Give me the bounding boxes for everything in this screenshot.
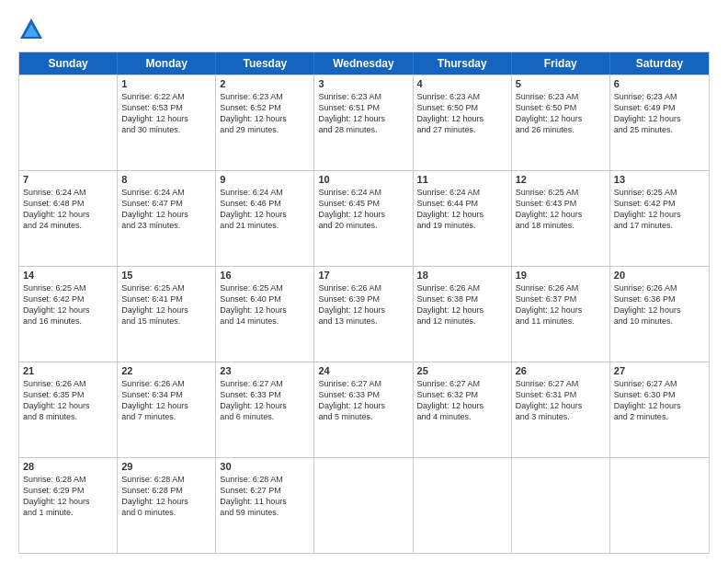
day-number: 23 xyxy=(220,365,310,376)
cal-cell-18: 18Sunrise: 6:26 AM Sunset: 6:38 PM Dayli… xyxy=(414,267,512,362)
cal-cell-empty-4-5 xyxy=(512,458,610,553)
calendar-row-0: 1Sunrise: 6:22 AM Sunset: 6:53 PM Daylig… xyxy=(19,75,709,170)
cell-details: Sunrise: 6:25 AM Sunset: 6:41 PM Dayligh… xyxy=(121,282,211,327)
cell-details: Sunrise: 6:24 AM Sunset: 6:47 PM Dayligh… xyxy=(121,187,211,232)
header-day-thursday: Thursday xyxy=(414,52,512,75)
cell-details: Sunrise: 6:23 AM Sunset: 6:50 PM Dayligh… xyxy=(516,91,606,136)
day-number: 26 xyxy=(516,365,606,376)
cal-cell-24: 24Sunrise: 6:27 AM Sunset: 6:33 PM Dayli… xyxy=(314,362,413,457)
cal-cell-26: 26Sunrise: 6:27 AM Sunset: 6:31 PM Dayli… xyxy=(512,362,610,457)
cell-details: Sunrise: 6:23 AM Sunset: 6:52 PM Dayligh… xyxy=(220,91,310,136)
cal-cell-28: 28Sunrise: 6:28 AM Sunset: 6:29 PM Dayli… xyxy=(19,458,118,553)
day-number: 5 xyxy=(516,78,606,89)
cal-cell-21: 21Sunrise: 6:26 AM Sunset: 6:35 PM Dayli… xyxy=(19,362,118,457)
cell-details: Sunrise: 6:25 AM Sunset: 6:42 PM Dayligh… xyxy=(23,282,113,327)
cal-cell-9: 9Sunrise: 6:24 AM Sunset: 6:46 PM Daylig… xyxy=(216,171,314,266)
cell-details: Sunrise: 6:27 AM Sunset: 6:33 PM Dayligh… xyxy=(318,378,408,423)
day-number: 19 xyxy=(516,270,606,281)
cal-cell-20: 20Sunrise: 6:26 AM Sunset: 6:36 PM Dayli… xyxy=(610,267,709,362)
cal-cell-empty-4-3 xyxy=(314,458,413,553)
cal-cell-29: 29Sunrise: 6:28 AM Sunset: 6:28 PM Dayli… xyxy=(118,458,216,553)
calendar-header: SundayMondayTuesdayWednesdayThursdayFrid… xyxy=(19,52,709,75)
cell-details: Sunrise: 6:26 AM Sunset: 6:36 PM Dayligh… xyxy=(614,282,705,327)
day-number: 6 xyxy=(614,78,705,89)
day-number: 22 xyxy=(121,365,211,376)
header xyxy=(18,17,710,42)
day-number: 15 xyxy=(121,270,211,281)
cal-cell-empty-0-0 xyxy=(19,75,118,170)
cell-details: Sunrise: 6:26 AM Sunset: 6:34 PM Dayligh… xyxy=(121,378,211,423)
cal-cell-3: 3Sunrise: 6:23 AM Sunset: 6:51 PM Daylig… xyxy=(314,75,413,170)
cell-details: Sunrise: 6:25 AM Sunset: 6:43 PM Dayligh… xyxy=(516,187,606,232)
day-number: 20 xyxy=(614,270,705,281)
cal-cell-27: 27Sunrise: 6:27 AM Sunset: 6:30 PM Dayli… xyxy=(610,362,709,457)
day-number: 18 xyxy=(417,270,507,281)
header-day-friday: Friday xyxy=(512,52,610,75)
cell-details: Sunrise: 6:28 AM Sunset: 6:28 PM Dayligh… xyxy=(121,474,211,519)
cell-details: Sunrise: 6:27 AM Sunset: 6:31 PM Dayligh… xyxy=(516,378,606,423)
day-number: 7 xyxy=(23,174,113,185)
cell-details: Sunrise: 6:26 AM Sunset: 6:38 PM Dayligh… xyxy=(417,282,507,327)
cal-cell-empty-4-4 xyxy=(414,458,512,553)
cal-cell-2: 2Sunrise: 6:23 AM Sunset: 6:52 PM Daylig… xyxy=(216,75,314,170)
header-day-saturday: Saturday xyxy=(610,52,709,75)
cal-cell-22: 22Sunrise: 6:26 AM Sunset: 6:34 PM Dayli… xyxy=(118,362,216,457)
cal-cell-15: 15Sunrise: 6:25 AM Sunset: 6:41 PM Dayli… xyxy=(118,267,216,362)
cal-cell-13: 13Sunrise: 6:25 AM Sunset: 6:42 PM Dayli… xyxy=(610,171,709,266)
cal-cell-7: 7Sunrise: 6:24 AM Sunset: 6:48 PM Daylig… xyxy=(19,171,118,266)
cell-details: Sunrise: 6:23 AM Sunset: 6:49 PM Dayligh… xyxy=(614,91,705,136)
cell-details: Sunrise: 6:25 AM Sunset: 6:42 PM Dayligh… xyxy=(614,187,705,232)
day-number: 4 xyxy=(417,78,507,89)
cal-cell-5: 5Sunrise: 6:23 AM Sunset: 6:50 PM Daylig… xyxy=(512,75,610,170)
cell-details: Sunrise: 6:26 AM Sunset: 6:39 PM Dayligh… xyxy=(318,282,408,327)
cal-cell-17: 17Sunrise: 6:26 AM Sunset: 6:39 PM Dayli… xyxy=(314,267,413,362)
logo xyxy=(18,17,48,42)
calendar: SundayMondayTuesdayWednesdayThursdayFrid… xyxy=(18,52,710,554)
day-number: 24 xyxy=(318,365,408,376)
logo-icon xyxy=(18,17,44,42)
cell-details: Sunrise: 6:26 AM Sunset: 6:37 PM Dayligh… xyxy=(516,282,606,327)
cell-details: Sunrise: 6:24 AM Sunset: 6:44 PM Dayligh… xyxy=(417,187,507,232)
cell-details: Sunrise: 6:24 AM Sunset: 6:45 PM Dayligh… xyxy=(318,187,408,232)
day-number: 10 xyxy=(318,174,408,185)
cal-cell-14: 14Sunrise: 6:25 AM Sunset: 6:42 PM Dayli… xyxy=(19,267,118,362)
cal-cell-16: 16Sunrise: 6:25 AM Sunset: 6:40 PM Dayli… xyxy=(216,267,314,362)
cal-cell-6: 6Sunrise: 6:23 AM Sunset: 6:49 PM Daylig… xyxy=(610,75,709,170)
calendar-body: 1Sunrise: 6:22 AM Sunset: 6:53 PM Daylig… xyxy=(19,75,709,553)
cell-details: Sunrise: 6:27 AM Sunset: 6:32 PM Dayligh… xyxy=(417,378,507,423)
header-day-wednesday: Wednesday xyxy=(314,52,413,75)
cal-cell-19: 19Sunrise: 6:26 AM Sunset: 6:37 PM Dayli… xyxy=(512,267,610,362)
day-number: 8 xyxy=(121,174,211,185)
cell-details: Sunrise: 6:27 AM Sunset: 6:30 PM Dayligh… xyxy=(614,378,705,423)
cal-cell-23: 23Sunrise: 6:27 AM Sunset: 6:33 PM Dayli… xyxy=(216,362,314,457)
day-number: 29 xyxy=(121,461,211,472)
cal-cell-4: 4Sunrise: 6:23 AM Sunset: 6:50 PM Daylig… xyxy=(414,75,512,170)
cell-details: Sunrise: 6:28 AM Sunset: 6:27 PM Dayligh… xyxy=(220,474,310,519)
cal-cell-empty-4-6 xyxy=(610,458,709,553)
cell-details: Sunrise: 6:25 AM Sunset: 6:40 PM Dayligh… xyxy=(220,282,310,327)
day-number: 9 xyxy=(220,174,310,185)
cal-cell-12: 12Sunrise: 6:25 AM Sunset: 6:43 PM Dayli… xyxy=(512,171,610,266)
day-number: 21 xyxy=(23,365,113,376)
day-number: 27 xyxy=(614,365,705,376)
day-number: 28 xyxy=(23,461,113,472)
header-day-sunday: Sunday xyxy=(19,52,118,75)
cal-cell-25: 25Sunrise: 6:27 AM Sunset: 6:32 PM Dayli… xyxy=(414,362,512,457)
cell-details: Sunrise: 6:26 AM Sunset: 6:35 PM Dayligh… xyxy=(23,378,113,423)
day-number: 11 xyxy=(417,174,507,185)
header-day-tuesday: Tuesday xyxy=(216,52,314,75)
cal-cell-1: 1Sunrise: 6:22 AM Sunset: 6:53 PM Daylig… xyxy=(118,75,216,170)
calendar-row-1: 7Sunrise: 6:24 AM Sunset: 6:48 PM Daylig… xyxy=(19,170,709,266)
day-number: 14 xyxy=(23,270,113,281)
page: SundayMondayTuesdayWednesdayThursdayFrid… xyxy=(0,0,728,563)
day-number: 16 xyxy=(220,270,310,281)
day-number: 30 xyxy=(220,461,310,472)
cell-details: Sunrise: 6:28 AM Sunset: 6:29 PM Dayligh… xyxy=(23,474,113,519)
cell-details: Sunrise: 6:23 AM Sunset: 6:51 PM Dayligh… xyxy=(318,91,408,136)
calendar-row-2: 14Sunrise: 6:25 AM Sunset: 6:42 PM Dayli… xyxy=(19,266,709,362)
day-number: 12 xyxy=(516,174,606,185)
cal-cell-8: 8Sunrise: 6:24 AM Sunset: 6:47 PM Daylig… xyxy=(118,171,216,266)
cell-details: Sunrise: 6:23 AM Sunset: 6:50 PM Dayligh… xyxy=(417,91,507,136)
cal-cell-11: 11Sunrise: 6:24 AM Sunset: 6:44 PM Dayli… xyxy=(414,171,512,266)
day-number: 17 xyxy=(318,270,408,281)
